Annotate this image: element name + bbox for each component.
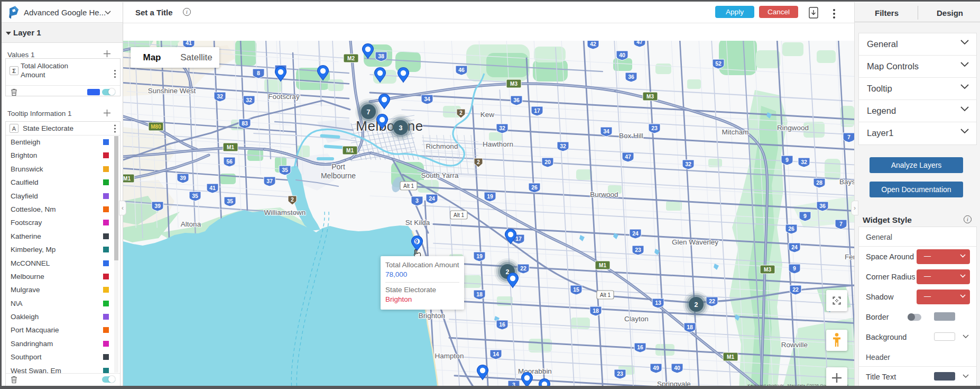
svg-text:Kew: Kew (480, 111, 495, 119)
svg-text:Hampton: Hampton (435, 352, 464, 360)
svg-text:Alt 1: Alt 1 (454, 212, 464, 218)
svg-text:28: 28 (816, 179, 822, 186)
svg-text:M80: M80 (151, 124, 161, 130)
svg-text:40: 40 (674, 365, 680, 371)
svg-text:26: 26 (788, 225, 794, 232)
svg-text:23: 23 (651, 125, 658, 131)
svg-text:32: 32 (801, 159, 807, 165)
svg-text:Rowville: Rowville (781, 341, 808, 349)
svg-text:22: 22 (792, 286, 799, 293)
svg-text:9: 9 (415, 238, 418, 245)
svg-text:Williamstown: Williamstown (264, 209, 306, 216)
svg-text:37: 37 (266, 178, 273, 184)
svg-text:M1: M1 (227, 144, 234, 150)
svg-text:22: 22 (520, 265, 526, 272)
svg-text:7: 7 (367, 108, 371, 116)
svg-text:35: 35 (192, 193, 198, 199)
svg-text:32: 32 (685, 161, 691, 167)
svg-text:26: 26 (531, 184, 538, 191)
svg-text:42: 42 (590, 41, 596, 47)
svg-text:3: 3 (415, 197, 419, 204)
svg-text:Fern: Fern (845, 253, 854, 261)
svg-text:2: 2 (459, 110, 463, 116)
svg-text:23: 23 (635, 247, 641, 253)
svg-text:M3: M3 (646, 94, 654, 99)
svg-text:41: 41 (209, 185, 216, 191)
svg-text:7: 7 (847, 134, 850, 140)
svg-text:M1: M1 (727, 354, 734, 360)
svg-text:35: 35 (282, 167, 288, 173)
svg-text:35: 35 (227, 198, 233, 204)
svg-text:Ringwood: Ringwood (777, 124, 809, 132)
svg-text:39: 39 (180, 175, 186, 181)
svg-text:32: 32 (560, 143, 566, 149)
svg-text:19: 19 (487, 193, 493, 200)
svg-text:Sunshine West: Sunshine West (148, 87, 196, 95)
svg-text:23: 23 (617, 370, 623, 377)
svg-text:17: 17 (515, 236, 522, 242)
svg-text:36: 36 (628, 74, 634, 80)
svg-text:3: 3 (399, 124, 403, 132)
svg-text:South Yarra: South Yarra (421, 171, 459, 179)
svg-text:47: 47 (625, 153, 631, 160)
svg-text:24: 24 (791, 244, 798, 250)
svg-text:Alt 1: Alt 1 (403, 183, 414, 189)
svg-text:2: 2 (695, 301, 698, 309)
svg-text:Hawthorn: Hawthorn (483, 140, 513, 148)
svg-text:Clayton: Clayton (624, 315, 649, 323)
svg-text:19: 19 (476, 253, 483, 259)
svg-text:34: 34 (603, 128, 609, 134)
svg-text:Baysw: Baysw (839, 178, 854, 186)
svg-text:18: 18 (687, 324, 693, 330)
svg-text:18: 18 (593, 307, 599, 314)
svg-text:Box Hill: Box Hill (619, 132, 643, 140)
svg-text:40: 40 (619, 52, 625, 58)
svg-text:20: 20 (544, 159, 551, 165)
svg-text:9: 9 (785, 157, 789, 163)
svg-text:17: 17 (534, 107, 540, 114)
svg-text:39: 39 (154, 203, 161, 209)
svg-text:24: 24 (632, 230, 639, 237)
svg-text:Altona: Altona (181, 220, 201, 228)
svg-text:46: 46 (458, 67, 465, 73)
svg-text:32: 32 (499, 125, 505, 131)
svg-text:47: 47 (636, 41, 643, 45)
svg-text:M1: M1 (123, 176, 131, 182)
svg-text:7: 7 (839, 221, 843, 227)
svg-text:83: 83 (242, 120, 248, 126)
svg-text:36: 36 (819, 203, 826, 209)
svg-text:Richmond: Richmond (426, 142, 458, 150)
svg-text:38: 38 (378, 53, 384, 59)
svg-text:49: 49 (653, 365, 659, 371)
svg-text:16: 16 (637, 344, 643, 350)
svg-text:15: 15 (573, 286, 579, 293)
svg-text:M3: M3 (510, 81, 517, 87)
svg-text:34: 34 (424, 96, 430, 102)
svg-text:41: 41 (186, 41, 192, 46)
svg-text:Brighton: Brighton (419, 312, 445, 320)
svg-text:2: 2 (477, 159, 480, 165)
svg-text:Burwood: Burwood (590, 191, 618, 198)
svg-text:52: 52 (715, 60, 722, 67)
svg-text:M1: M1 (346, 148, 354, 153)
svg-text:2: 2 (291, 197, 294, 203)
svg-text:36: 36 (513, 97, 520, 103)
svg-text:M3: M3 (764, 267, 771, 273)
svg-text:Melbourne: Melbourne (321, 171, 356, 180)
svg-text:St Kilda: St Kilda (405, 219, 430, 227)
svg-text:9: 9 (803, 213, 807, 219)
svg-text:M1: M1 (599, 263, 606, 268)
svg-text:32: 32 (246, 97, 252, 103)
svg-text:16: 16 (499, 321, 505, 328)
svg-text:24: 24 (429, 195, 435, 202)
svg-text:Footscray: Footscray (268, 93, 300, 101)
svg-text:56: 56 (226, 158, 233, 165)
svg-text:Alt 1: Alt 1 (600, 292, 611, 298)
svg-text:32: 32 (217, 93, 223, 99)
svg-text:14: 14 (493, 351, 499, 357)
svg-text:Glen Waverley: Glen Waverley (672, 238, 718, 246)
svg-text:M2: M2 (347, 56, 355, 61)
svg-text:13: 13 (655, 300, 661, 306)
svg-text:8: 8 (257, 70, 260, 76)
svg-text:18: 18 (476, 291, 483, 297)
